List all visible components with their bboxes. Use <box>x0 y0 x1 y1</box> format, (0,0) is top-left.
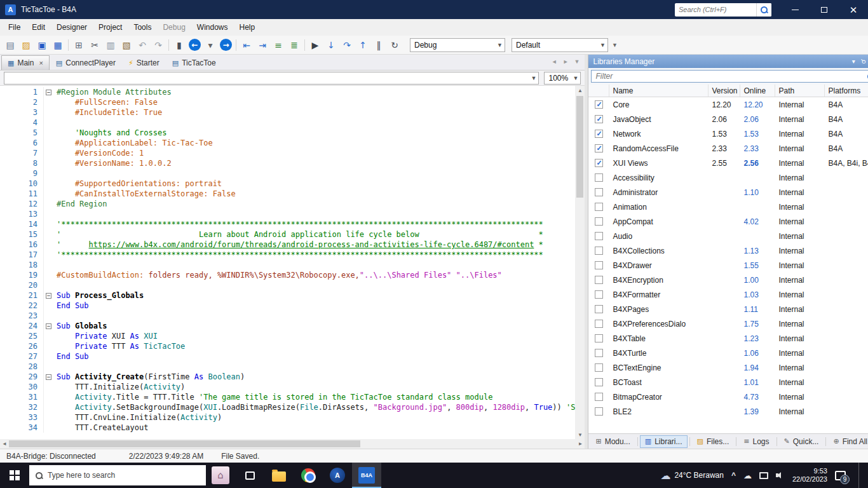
library-row-b4xformatter[interactable]: B4XFormatter1.03Internal <box>588 287 868 302</box>
bookmark-button[interactable]: ▮ <box>172 37 187 53</box>
code-editor[interactable]: 1−#Region Module Attributes2 #FullScreen… <box>0 86 585 439</box>
code-line[interactable]: 23 <box>0 311 575 321</box>
task-view-button[interactable] <box>235 463 264 488</box>
library-row-b4xcollections[interactable]: B4XCollections1.13Internal <box>588 243 868 258</box>
library-row-ble2[interactable]: BLE21.39Internal <box>588 404 868 419</box>
library-row-xui-views[interactable]: ✓XUI Views2.552.56InternalB4A, B4i, B4 <box>588 156 868 170</box>
code-line[interactable]: 22End Sub <box>0 301 575 311</box>
editor-hscroll-thumb[interactable] <box>9 440 360 447</box>
step-over-button[interactable]: ↷ <box>339 37 355 53</box>
tab-main[interactable]: ▦Main× <box>1 55 50 70</box>
code-line[interactable]: 32 Activity.SetBackgroundImage(XUI.LoadB… <box>0 402 575 412</box>
collapse-icon[interactable]: − <box>46 323 51 329</box>
tab-tictactoe[interactable]: ▤TicTacToe <box>166 55 222 70</box>
library-row-randomaccessfile[interactable]: ✓RandomAccessFile2.332.33InternalB4A <box>588 141 868 156</box>
library-row-audio[interactable]: AudioInternal <box>588 229 868 243</box>
fold-toggle[interactable]: − <box>43 290 53 301</box>
library-checkbox[interactable] <box>595 188 603 196</box>
cut-button[interactable]: ✂ <box>87 37 102 53</box>
code-line[interactable]: 5 'Noughts and Crosses <box>0 128 575 138</box>
library-checkbox[interactable] <box>595 393 603 401</box>
show-desktop-button[interactable] <box>858 463 862 488</box>
library-row-animation[interactable]: AnimationInternal <box>588 200 868 214</box>
build-configuration-combo[interactable]: Debug ▼ <box>410 38 505 52</box>
library-checkbox[interactable]: ✓ <box>595 130 603 138</box>
collapse-icon[interactable]: − <box>46 374 51 380</box>
code-line[interactable]: 31 Activity.Title = TTT.Title 'The game … <box>0 392 575 402</box>
filter-search-button[interactable] <box>864 72 868 81</box>
library-checkbox[interactable] <box>595 290 603 299</box>
start-button[interactable] <box>0 463 29 488</box>
redo-button[interactable]: ↷ <box>151 37 166 53</box>
column-header-name[interactable]: Name <box>609 85 709 97</box>
code-line[interactable]: 1−#Region Module Attributes <box>0 87 575 97</box>
action-center-button[interactable]: 9 <box>835 471 846 480</box>
maximize-button[interactable] <box>810 0 839 19</box>
code-line[interactable]: 16' https://www.b4x.com/android/forum/th… <box>0 240 575 250</box>
close-button[interactable]: ✕ <box>839 0 868 19</box>
collapse-icon[interactable]: − <box>46 293 51 299</box>
code-line[interactable]: 2 #FullScreen: False <box>0 97 575 107</box>
library-checkbox[interactable] <box>595 320 603 328</box>
copy-button[interactable]: ▥ <box>103 37 118 53</box>
menu-tools[interactable]: Tools <box>128 20 157 35</box>
toolbar-overflow-button[interactable]: ▼ <box>612 42 618 48</box>
member-navigator-combo[interactable]: ▼ <box>4 72 539 85</box>
code-line[interactable]: 21−Sub Process_Globals <box>0 290 575 301</box>
library-filter-box[interactable] <box>591 70 868 83</box>
library-row-b4xturtle[interactable]: B4XTurtle1.06Internal <box>588 346 868 360</box>
panel-tab-logs[interactable]: ≡Logs <box>738 435 774 448</box>
library-row-b4xpages[interactable]: B4XPages1.11Internal <box>588 302 868 316</box>
menu-edit[interactable]: Edit <box>26 20 51 35</box>
library-row-b4xdrawer[interactable]: B4XDrawer1.55Internal <box>588 258 868 273</box>
fold-toggle[interactable]: − <box>43 372 53 382</box>
scroll-left-icon[interactable]: ◄ <box>0 439 9 449</box>
scroll-up-icon[interactable]: ▲ <box>575 86 585 95</box>
menu-designer[interactable]: Designer <box>51 20 93 35</box>
tab-close-icon[interactable]: × <box>39 59 43 67</box>
run-button[interactable]: ▶ <box>308 37 323 53</box>
library-checkbox[interactable] <box>595 261 603 269</box>
weather-widget[interactable]: ☁ 24°C Berawan <box>660 470 724 482</box>
display-tray-icon[interactable] <box>759 472 768 479</box>
indent-button[interactable]: ⇥ <box>255 37 270 53</box>
onedrive-cloud-icon[interactable]: ☁ <box>743 471 752 480</box>
code-line[interactable]: 30 TTT.Initialize(Activity) <box>0 382 575 392</box>
library-checkbox[interactable] <box>595 349 603 357</box>
code-line[interactable]: 4 <box>0 118 575 128</box>
taskbar-search-box[interactable]: Type here to search <box>29 465 206 485</box>
code-line[interactable]: 24−Sub Globals <box>0 321 575 331</box>
code-line[interactable]: 27End Sub <box>0 351 575 362</box>
library-row-network[interactable]: ✓Network1.531.53InternalB4A <box>588 126 868 141</box>
collapse-icon[interactable]: − <box>46 90 51 95</box>
editor-horizontal-scrollbar[interactable]: ◄ ► <box>0 439 585 449</box>
scroll-down-icon[interactable]: ▼ <box>575 430 585 439</box>
library-checkbox[interactable] <box>595 173 603 182</box>
build-profile-combo[interactable]: Default ▼ <box>512 38 608 52</box>
code-line[interactable]: 29−Sub Activity_Create(FirstTime As Bool… <box>0 372 575 382</box>
outdent-button[interactable]: ⇤ <box>239 37 254 53</box>
library-checkbox[interactable] <box>595 378 603 386</box>
library-checkbox[interactable] <box>595 407 603 416</box>
save-all-button[interactable]: ▦ <box>50 37 65 53</box>
fold-toggle[interactable]: − <box>43 321 53 331</box>
restart-button[interactable]: ↻ <box>387 37 402 53</box>
designer-button[interactable]: ⊞ <box>71 37 86 53</box>
code-line[interactable]: 15' Learn about Android application life… <box>0 229 575 240</box>
uncomment-button[interactable]: ≣ <box>287 37 302 53</box>
chrome-button[interactable] <box>294 463 323 488</box>
library-checkbox[interactable] <box>595 334 603 342</box>
panel-tab-find-all[interactable]: ⊕Find All... <box>828 435 868 448</box>
tab-scroll-right-icon[interactable]: ► <box>563 58 569 65</box>
titlebar-search-box[interactable] <box>675 3 771 17</box>
library-checkbox[interactable] <box>595 305 603 313</box>
pause-button[interactable]: ‖ <box>371 37 386 53</box>
code-line[interactable]: 10 #SupportedOrientations: portrait <box>0 179 575 189</box>
save-button[interactable]: ▣ <box>34 37 50 53</box>
code-line[interactable]: 28 <box>0 362 575 372</box>
column-header-platforms[interactable]: Platforms <box>825 85 868 97</box>
code-line[interactable]: 34 TTT.CreateLayout <box>0 423 575 433</box>
panel-tab-quick[interactable]: ✎Quick... <box>779 435 824 448</box>
step-into-button[interactable]: ↓ <box>323 37 339 53</box>
column-header-online[interactable]: Online <box>740 85 775 97</box>
